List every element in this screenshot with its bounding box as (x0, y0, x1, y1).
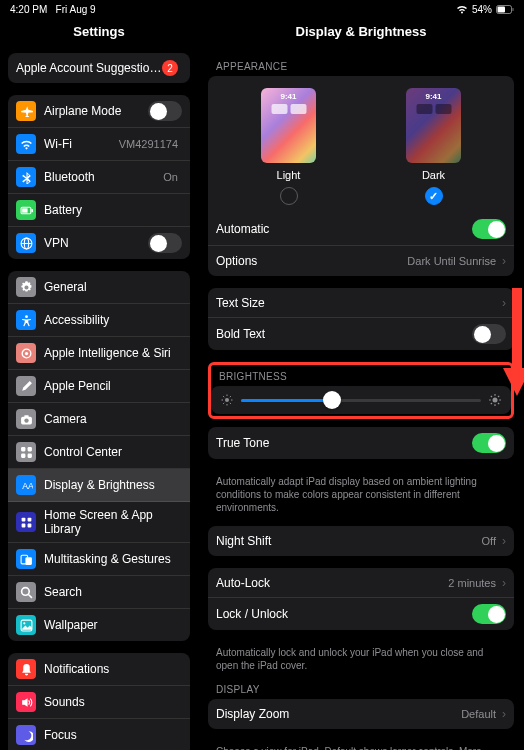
sidebar-item-apple-pencil[interactable]: Apple Pencil (8, 370, 190, 403)
battery-icon (16, 200, 36, 220)
chevron-right-icon: › (502, 576, 506, 590)
moon-icon (16, 725, 36, 745)
sidebar-item-bluetooth[interactable]: BluetoothOn (8, 161, 190, 194)
lock-unlock-row[interactable]: Lock / Unlock (208, 598, 514, 630)
auto-lock-row[interactable]: Auto-Lock 2 minutes › (208, 568, 514, 598)
svg-point-29 (23, 622, 25, 624)
sidebar-item-wi-fi[interactable]: Wi-FiVM4291174 (8, 128, 190, 161)
sidebar-item-label: Battery (44, 203, 182, 217)
automatic-row[interactable]: Automatic (208, 213, 514, 246)
sidebar-item-notifications[interactable]: Notifications (8, 653, 190, 686)
lock-footer: Automatically lock and unlock your iPad … (208, 642, 514, 672)
sidebar-item-multitasking-gestures[interactable]: Multitasking & Gestures (8, 543, 190, 576)
chevron-right-icon: › (502, 707, 506, 721)
brightness-slider[interactable] (241, 399, 481, 402)
appearance-option-dark[interactable]: 9:41 Dark (406, 88, 461, 205)
sidebar-item-wallpaper[interactable]: Wallpaper (8, 609, 190, 641)
sidebar-item-accessibility[interactable]: Accessibility (8, 304, 190, 337)
sidebar-item-focus[interactable]: Focus (8, 719, 190, 750)
sidebar-item-label: Wi-Fi (44, 137, 119, 151)
true-tone-footer: Automatically adapt iPad display based o… (208, 471, 514, 514)
preview-light: 9:41 (261, 88, 316, 163)
bold-text-toggle[interactable] (472, 324, 506, 344)
svg-point-33 (225, 398, 229, 402)
settings-sidebar[interactable]: Settings Apple Account Suggestions 2 Air… (0, 18, 198, 750)
sidebar-item-vpn[interactable]: VPN (8, 227, 190, 259)
status-time: 4:20 PM (10, 4, 47, 15)
svg-rect-17 (21, 453, 25, 457)
bell-icon (16, 659, 36, 679)
sidebar-item-label: Home Screen & App Library (44, 508, 182, 536)
control-icon (16, 442, 36, 462)
bold-text-row[interactable]: Bold Text (208, 318, 514, 350)
sidebar-item-label: Airplane Mode (44, 104, 148, 118)
appearance-option-light[interactable]: 9:41 Light (261, 88, 316, 205)
wifi-icon (16, 134, 36, 154)
svg-rect-14 (24, 415, 28, 417)
sidebar-item-sounds[interactable]: Sounds (8, 686, 190, 719)
sidebar-item-search[interactable]: Search (8, 576, 190, 609)
sidebar-item-airplane-mode[interactable]: Airplane Mode (8, 95, 190, 128)
appearance-header: APPEARANCE (208, 49, 514, 76)
sidebar-item-battery[interactable]: Battery (8, 194, 190, 227)
wallpaper-icon (16, 615, 36, 635)
battery-percent: 54% (472, 4, 492, 15)
sidebar-item-apple-account-suggestions[interactable]: Apple Account Suggestions 2 (8, 53, 190, 83)
brightness-slider-row[interactable] (211, 386, 511, 414)
slider-thumb[interactable] (323, 391, 341, 409)
radio-dark[interactable] (425, 187, 443, 205)
night-shift-row[interactable]: Night Shift Off › (208, 526, 514, 556)
svg-rect-20 (21, 517, 25, 521)
sidebar-item-camera[interactable]: Camera (8, 403, 190, 436)
svg-rect-16 (27, 447, 31, 451)
display-zoom-row[interactable]: Display Zoom Default › (208, 699, 514, 729)
search-icon (16, 582, 36, 602)
svg-line-27 (28, 594, 31, 597)
chevron-right-icon: › (502, 254, 506, 268)
appearance-dark-label: Dark (422, 169, 445, 181)
lock-unlock-toggle[interactable] (472, 604, 506, 624)
vpn-toggle[interactable] (148, 233, 182, 253)
airplane-mode-toggle[interactable] (148, 101, 182, 121)
svg-point-26 (21, 587, 29, 595)
home-icon (16, 512, 36, 532)
gear-icon (16, 277, 36, 297)
automatic-toggle[interactable] (472, 219, 506, 239)
true-tone-toggle[interactable] (472, 433, 506, 453)
status-bar: 4:20 PM Fri Aug 9 54% (0, 0, 524, 18)
svg-rect-23 (27, 523, 31, 527)
sidebar-item-label: Multitasking & Gestures (44, 552, 182, 566)
sidebar-item-label: Camera (44, 412, 182, 426)
radio-light[interactable] (280, 187, 298, 205)
svg-line-50 (498, 396, 499, 397)
sidebar-item-display-brightness[interactable]: AADisplay & Brightness (8, 469, 190, 502)
display-icon: AA (16, 475, 36, 495)
accessibility-icon (16, 310, 36, 330)
speaker-icon (16, 692, 36, 712)
svg-rect-18 (27, 453, 31, 457)
true-tone-row[interactable]: True Tone (208, 427, 514, 459)
sidebar-item-label: Focus (44, 728, 182, 742)
preview-dark: 9:41 (406, 88, 461, 163)
svg-point-11 (24, 351, 27, 354)
sun-small-icon (221, 394, 233, 406)
options-row[interactable]: Options Dark Until Sunrise › (208, 246, 514, 276)
sidebar-item-label: General (44, 280, 182, 294)
svg-line-47 (491, 396, 492, 397)
sidebar-title: Settings (8, 18, 190, 49)
svg-line-38 (223, 396, 224, 397)
sidebar-item-general[interactable]: General (8, 271, 190, 304)
svg-line-48 (498, 403, 499, 404)
sidebar-item-apple-intelligence-siri[interactable]: Apple Intelligence & Siri (8, 337, 190, 370)
sidebar-item-label: Control Center (44, 445, 182, 459)
sidebar-item-home-screen-app-library[interactable]: Home Screen & App Library (8, 502, 190, 543)
sidebar-item-control-center[interactable]: Control Center (8, 436, 190, 469)
sidebar-item-label: Notifications (44, 662, 182, 676)
main-panel[interactable]: Display & Brightness APPEARANCE 9:41 Lig… (198, 18, 524, 750)
text-size-row[interactable]: Text Size › (208, 288, 514, 318)
svg-rect-5 (22, 208, 27, 212)
brightness-header: BRIGHTNESS (211, 365, 511, 386)
sidebar-item-label: Search (44, 585, 182, 599)
svg-rect-15 (21, 447, 25, 451)
svg-point-42 (493, 398, 498, 403)
